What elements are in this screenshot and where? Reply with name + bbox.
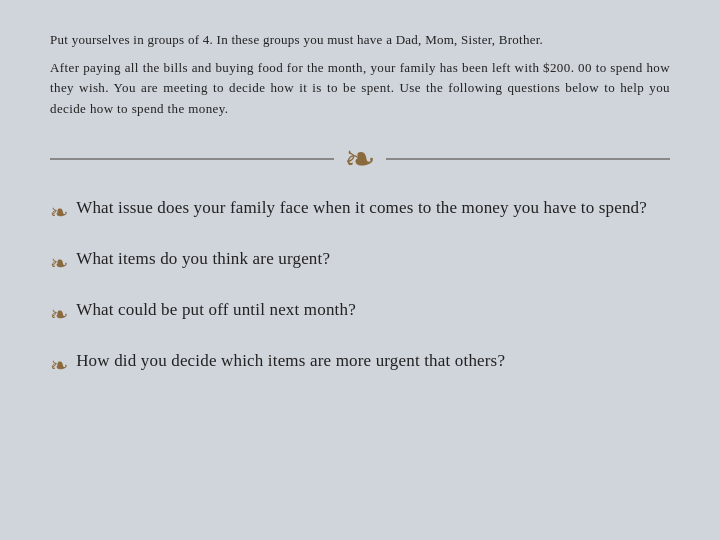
question-text-2: What could be put off until next month? [76,298,356,323]
question-fleuron-icon-3: ❧ [50,350,68,382]
question-item-3: ❧How did you decide which items are more… [50,349,670,382]
questions-list: ❧What issue does your family face when i… [50,196,670,382]
question-text-1: What items do you think are urgent? [76,247,330,272]
question-text-0: What issue does your family face when it… [76,196,647,221]
question-item-2: ❧What could be put off until next month? [50,298,670,331]
question-item-0: ❧What issue does your family face when i… [50,196,670,229]
intro-line: Put yourselves in groups of 4. In these … [50,30,670,50]
slide: Put yourselves in groups of 4. In these … [0,0,720,540]
divider-line-left [50,158,334,160]
question-fleuron-icon-0: ❧ [50,197,68,229]
question-fleuron-icon-1: ❧ [50,248,68,280]
question-item-1: ❧What items do you think are urgent? [50,247,670,280]
divider-line-right [386,158,670,160]
intro-paragraph: After paying all the bills and buying fo… [50,58,670,120]
divider: ❧ [50,140,670,178]
question-fleuron-icon-2: ❧ [50,299,68,331]
divider-fleuron-icon: ❧ [344,140,376,178]
question-text-3: How did you decide which items are more … [76,349,505,374]
